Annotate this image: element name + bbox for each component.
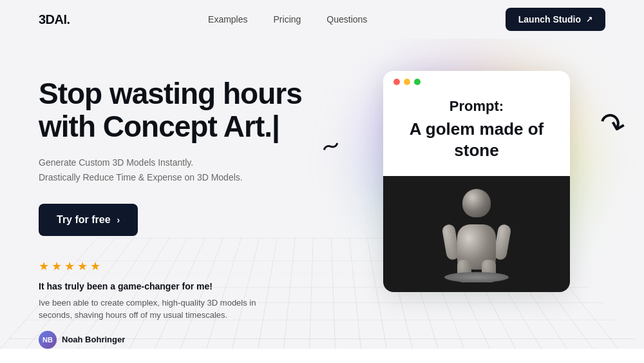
hero-section: Stop wasting hours with Concept Art.| Ge…: [0, 39, 644, 349]
star-4: ★: [77, 259, 88, 273]
nav-pricing-link[interactable]: Pricing: [274, 14, 301, 25]
site-logo: 3DAI.: [39, 12, 70, 27]
testimonial-body: Ive been able to create complex, high-qu…: [39, 297, 258, 322]
card-header: [383, 71, 570, 85]
golem-base: [444, 272, 509, 282]
community-section: Community Creations See what our Users h…: [0, 349, 644, 363]
card-dot-yellow: [404, 79, 410, 85]
hero-right: 〜 Prompt: A golem made of stone: [348, 71, 605, 292]
navbar: 3DAI. Examples Pricing Questions Launch …: [0, 0, 644, 39]
launch-studio-button[interactable]: Launch Studio ↗: [506, 8, 605, 31]
nav-links: Examples Pricing Questions: [208, 14, 367, 25]
author-name: Noah Bohringer: [62, 335, 125, 344]
golem-figure: [438, 186, 515, 282]
try-for-free-button[interactable]: Try for free ›: [39, 204, 138, 236]
star-3: ★: [64, 259, 75, 273]
testimonial-author: NB Noah Bohringer: [39, 331, 348, 349]
launch-studio-arrow-icon: ↗: [586, 15, 592, 24]
nav-questions-link[interactable]: Questions: [327, 14, 367, 25]
prompt-label: Prompt:: [399, 98, 554, 115]
card-dot-red: [393, 79, 400, 85]
star-2: ★: [52, 259, 62, 273]
star-1: ★: [39, 259, 49, 273]
testimonial-title: It has truly been a game-changer for me!: [39, 281, 348, 291]
card-prompt-area: Prompt: A golem made of stone: [383, 85, 570, 176]
arrow-decoration-icon: ↷: [595, 107, 628, 144]
star-rating: ★ ★ ★ ★ ★: [39, 259, 348, 273]
star-5: ★: [90, 259, 100, 273]
hero-title: Stop wasting hours with Concept Art.|: [39, 77, 348, 142]
hero-subtitle: Generate Custom 3D Models Instantly. Dra…: [39, 155, 348, 184]
nav-examples-link[interactable]: Examples: [208, 14, 247, 25]
card-image-area: [383, 176, 570, 292]
prompt-text: A golem made of stone: [399, 119, 554, 161]
card-dot-green: [414, 79, 421, 85]
preview-card: Prompt: A golem made of stone: [383, 71, 570, 292]
golem-head: [462, 189, 491, 217]
avatar: NB: [39, 331, 57, 349]
try-btn-arrow-icon: ›: [117, 215, 120, 225]
hero-left: Stop wasting hours with Concept Art.| Ge…: [39, 77, 348, 349]
